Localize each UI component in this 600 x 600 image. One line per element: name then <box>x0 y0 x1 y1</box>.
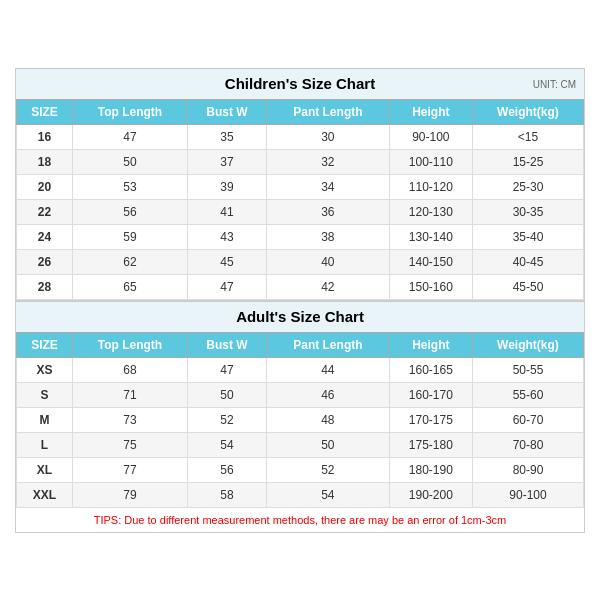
adult-data-cell: 47 <box>188 357 267 382</box>
adult-data-cell: 170-175 <box>389 407 472 432</box>
children-data-cell: 110-120 <box>389 174 472 199</box>
adult-data-cell: 52 <box>266 457 389 482</box>
adult-data-cell: 77 <box>72 457 187 482</box>
children-header-cell: Pant Length <box>266 99 389 124</box>
children-data-cell: 20 <box>17 174 73 199</box>
children-title: Children's Size Chart <box>225 75 375 92</box>
children-data-row: 24594338130-14035-40 <box>17 224 584 249</box>
adult-data-cell: 50-55 <box>472 357 583 382</box>
children-data-cell: 45-50 <box>472 274 583 299</box>
adult-thead: SIZETop LengthBust WPant LengthHeightWei… <box>17 332 584 357</box>
adult-data-cell: 160-165 <box>389 357 472 382</box>
adult-data-cell: 55-60 <box>472 382 583 407</box>
children-data-cell: 24 <box>17 224 73 249</box>
adult-data-cell: XS <box>17 357 73 382</box>
adult-data-row: XXL795854190-20090-100 <box>17 482 584 507</box>
adult-table: SIZETop LengthBust WPant LengthHeightWei… <box>16 332 584 508</box>
adult-data-cell: 48 <box>266 407 389 432</box>
children-data-cell: 35-40 <box>472 224 583 249</box>
children-data-cell: 35 <box>188 124 267 149</box>
adult-data-row: XS684744160-16550-55 <box>17 357 584 382</box>
adult-header-cell: Top Length <box>72 332 187 357</box>
children-data-cell: 40 <box>266 249 389 274</box>
adult-data-cell: 70-80 <box>472 432 583 457</box>
children-header-cell: SIZE <box>17 99 73 124</box>
children-data-cell: 53 <box>72 174 187 199</box>
adult-data-cell: 54 <box>266 482 389 507</box>
adult-header-cell: Pant Length <box>266 332 389 357</box>
children-data-cell: 36 <box>266 199 389 224</box>
children-header-cell: Top Length <box>72 99 187 124</box>
children-header-row: SIZETop LengthBust WPant LengthHeightWei… <box>17 99 584 124</box>
adult-data-cell: 54 <box>188 432 267 457</box>
children-data-cell: 16 <box>17 124 73 149</box>
adult-data-cell: 175-180 <box>389 432 472 457</box>
adult-data-cell: 180-190 <box>389 457 472 482</box>
adult-data-cell: 71 <box>72 382 187 407</box>
adult-data-cell: 160-170 <box>389 382 472 407</box>
adult-data-cell: 58 <box>188 482 267 507</box>
children-header-cell: Height <box>389 99 472 124</box>
children-data-cell: 28 <box>17 274 73 299</box>
children-data-cell: 25-30 <box>472 174 583 199</box>
children-data-cell: 62 <box>72 249 187 274</box>
size-chart-container: Children's Size Chart UNIT: CM SIZETop L… <box>15 68 585 533</box>
adult-data-cell: 79 <box>72 482 187 507</box>
adult-data-cell: 52 <box>188 407 267 432</box>
children-data-cell: 15-25 <box>472 149 583 174</box>
children-data-cell: 140-150 <box>389 249 472 274</box>
adult-header-cell: SIZE <box>17 332 73 357</box>
children-tbody: 1647353090-100<1518503732100-11015-25205… <box>17 124 584 299</box>
adult-data-cell: 75 <box>72 432 187 457</box>
children-data-cell: 59 <box>72 224 187 249</box>
children-data-cell: 38 <box>266 224 389 249</box>
adult-data-cell: 73 <box>72 407 187 432</box>
adult-data-cell: 46 <box>266 382 389 407</box>
tips-row: TIPS: Due to different measurement metho… <box>16 508 584 532</box>
adult-data-cell: 68 <box>72 357 187 382</box>
children-data-row: 20533934110-12025-30 <box>17 174 584 199</box>
adult-header-row: SIZETop LengthBust WPant LengthHeightWei… <box>17 332 584 357</box>
children-data-cell: 32 <box>266 149 389 174</box>
children-title-row: Children's Size Chart UNIT: CM <box>16 69 584 99</box>
children-data-row: 22564136120-13030-35 <box>17 199 584 224</box>
children-data-cell: 56 <box>72 199 187 224</box>
children-header-cell: Weight(kg) <box>472 99 583 124</box>
children-thead: SIZETop LengthBust WPant LengthHeightWei… <box>17 99 584 124</box>
children-data-cell: 18 <box>17 149 73 174</box>
children-data-cell: 30 <box>266 124 389 149</box>
children-data-cell: 39 <box>188 174 267 199</box>
adult-data-cell: L <box>17 432 73 457</box>
children-header-cell: Bust W <box>188 99 267 124</box>
children-data-cell: 40-45 <box>472 249 583 274</box>
children-data-cell: 30-35 <box>472 199 583 224</box>
children-data-cell: 45 <box>188 249 267 274</box>
children-table: SIZETop LengthBust WPant LengthHeightWei… <box>16 99 584 300</box>
children-data-cell: 41 <box>188 199 267 224</box>
adult-header-cell: Weight(kg) <box>472 332 583 357</box>
adult-data-cell: 90-100 <box>472 482 583 507</box>
adult-data-cell: 50 <box>188 382 267 407</box>
children-data-cell: 100-110 <box>389 149 472 174</box>
children-data-cell: 120-130 <box>389 199 472 224</box>
adult-tbody: XS684744160-16550-55S715046160-17055-60M… <box>17 357 584 507</box>
adult-data-row: S715046160-17055-60 <box>17 382 584 407</box>
children-data-cell: 47 <box>188 274 267 299</box>
adult-data-row: M735248170-17560-70 <box>17 407 584 432</box>
children-data-cell: 90-100 <box>389 124 472 149</box>
children-data-cell: 22 <box>17 199 73 224</box>
children-data-cell: <15 <box>472 124 583 149</box>
adult-data-cell: 60-70 <box>472 407 583 432</box>
children-data-cell: 34 <box>266 174 389 199</box>
children-data-row: 26624540140-15040-45 <box>17 249 584 274</box>
adult-data-cell: 190-200 <box>389 482 472 507</box>
adult-title: Adult's Size Chart <box>236 308 364 325</box>
adult-data-cell: 80-90 <box>472 457 583 482</box>
children-data-cell: 130-140 <box>389 224 472 249</box>
adult-data-cell: M <box>17 407 73 432</box>
adult-data-cell: 56 <box>188 457 267 482</box>
children-data-cell: 50 <box>72 149 187 174</box>
children-data-cell: 42 <box>266 274 389 299</box>
adult-header-cell: Height <box>389 332 472 357</box>
children-data-row: 18503732100-11015-25 <box>17 149 584 174</box>
